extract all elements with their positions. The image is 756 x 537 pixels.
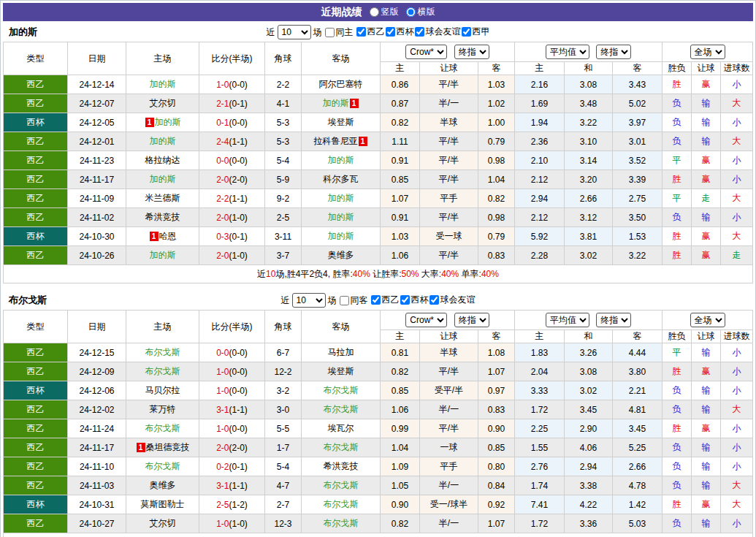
league-checkbox[interactable] [462, 27, 471, 37]
league-checkbox[interactable] [356, 27, 366, 37]
league-checkbox[interactable] [386, 27, 395, 37]
fulltime-select[interactable]: 全场 [690, 313, 725, 327]
match-filters: 近 10 场 同客 西乙西杯球会友谊 [281, 293, 476, 308]
home-team-link[interactable]: 希洪竞技 [145, 212, 180, 222]
horizontal-radio[interactable] [406, 7, 416, 17]
result-goals: 大 [721, 495, 753, 514]
score-cell: 0-1(0-0) [199, 113, 265, 132]
away-team-link[interactable]: 布尔戈斯 [324, 442, 359, 452]
home-team-link[interactable]: 布尔戈斯 [145, 366, 180, 376]
home-team-link[interactable]: 艾尔切 [150, 518, 176, 528]
home-team-link[interactable]: 奥维多 [150, 480, 176, 490]
home-team-cell: 布尔戈斯 [126, 362, 199, 381]
euro-final-select[interactable]: 终指 [596, 45, 631, 59]
league-checkbox[interactable] [429, 295, 439, 305]
home-team-cell: 布尔戈斯 [126, 343, 199, 362]
ah-line: 平/半 [420, 151, 478, 170]
corners-cell: 12-2 [265, 362, 302, 381]
fulltime-score: 1-0 [216, 519, 229, 529]
result-wdl: 负 [663, 94, 692, 113]
league-filter[interactable]: 西乙 [370, 294, 400, 306]
corners-cell: 6-7 [265, 343, 302, 362]
away-team-link[interactable]: 布尔戈斯 [324, 385, 359, 395]
league-filter[interactable]: 西甲 [461, 26, 490, 38]
asian-final-select[interactable]: 终指 [454, 45, 489, 59]
recent-count-select[interactable]: 10 [292, 293, 326, 308]
league-filter[interactable]: 西杯 [385, 26, 414, 38]
home-team-link[interactable]: 艾尔切 [150, 98, 176, 108]
away-team-link[interactable]: 加的斯 [323, 98, 349, 108]
away-team-link[interactable]: 拉科鲁尼亚 [314, 136, 358, 146]
col-header-wdl: 胜负 [663, 62, 692, 75]
ah-away-odds: 1.04 [478, 170, 515, 189]
home-team-link[interactable]: 米兰德斯 [145, 193, 180, 203]
score-cell: 3-1(1-1) [199, 400, 265, 419]
away-team-link[interactable]: 埃登斯 [328, 117, 354, 127]
away-team-link[interactable]: 布尔戈斯 [324, 518, 359, 528]
away-team-link[interactable]: 加的斯 [328, 193, 354, 203]
home-team-link[interactable]: 加的斯 [150, 136, 176, 146]
home-team-link[interactable]: 布尔戈斯 [145, 461, 180, 471]
home-team-link[interactable]: 布尔戈斯 [145, 347, 180, 357]
same-venue-filter[interactable]: 同主 [324, 26, 354, 39]
average-select[interactable]: 平均值 [546, 313, 589, 327]
away-team-cell: 布尔戈斯 [302, 476, 381, 495]
layout-vertical-option[interactable]: 竖版 [370, 6, 399, 18]
vertical-radio[interactable] [370, 7, 379, 17]
bookmaker-select[interactable]: Crow* [405, 45, 447, 59]
halftime-score: (0-0) [229, 424, 248, 434]
away-team-link[interactable]: 埃登斯 [328, 366, 354, 376]
league-filter[interactable]: 西杯 [400, 294, 429, 306]
home-team-link[interactable]: 加的斯 [150, 79, 176, 89]
home-team-link[interactable]: 加的斯 [150, 250, 176, 260]
same-venue-checkbox[interactable] [340, 296, 349, 305]
league-checkbox[interactable] [400, 295, 410, 305]
fulltime-select[interactable]: 全场 [690, 45, 725, 59]
euro-final-select[interactable]: 终指 [596, 313, 631, 327]
home-team-link[interactable]: 加的斯 [155, 117, 181, 127]
avg-draw-odds: 3.02 [565, 246, 613, 265]
home-team-link[interactable]: 哈恩 [159, 231, 177, 241]
away-team-link[interactable]: 加的斯 [328, 155, 354, 165]
away-team-link[interactable]: 奥维多 [328, 250, 354, 260]
league-checkbox[interactable] [371, 295, 381, 305]
euro-odds-header: 平均值 终指 [515, 311, 663, 330]
asian-final-select[interactable]: 终指 [454, 313, 489, 327]
away-team-cell: 埃瓦尔 [302, 419, 381, 438]
away-team-link[interactable]: 埃瓦尔 [328, 423, 354, 433]
home-team-link[interactable]: 莫斯图勒士 [141, 499, 185, 509]
home-team-link[interactable]: 马贝尔拉 [145, 385, 180, 395]
away-team-link[interactable]: 布尔戈斯 [324, 480, 359, 490]
league-cell: 西杯 [4, 381, 68, 400]
league-filter[interactable]: 球会友谊 [414, 26, 461, 38]
away-team-link[interactable]: 加的斯 [328, 212, 354, 222]
layout-horizontal-option[interactable]: 横版 [406, 6, 435, 18]
avg-home-odds: 1.55 [515, 438, 565, 457]
ah-away-odds: 0.82 [478, 189, 515, 208]
league-filter-label: 球会友谊 [426, 26, 461, 38]
league-filter[interactable]: 西乙 [356, 26, 385, 38]
away-team-link[interactable]: 阿尔巴塞特 [319, 79, 363, 89]
home-team-link[interactable]: 布尔戈斯 [145, 423, 180, 433]
average-select[interactable]: 平均值 [546, 45, 589, 59]
away-team-link[interactable]: 科尔多瓦 [324, 174, 359, 184]
away-team-link[interactable]: 加的斯 [328, 231, 354, 241]
home-team-link[interactable]: 加的斯 [150, 174, 176, 184]
away-team-link[interactable]: 马拉加 [328, 347, 354, 357]
away-team-link[interactable]: 布尔戈斯 [324, 404, 359, 414]
away-team-link[interactable]: 布尔戈斯 [324, 499, 359, 509]
home-team-link[interactable]: 格拉纳达 [145, 155, 180, 165]
score-cell: 2-0(2-0) [199, 438, 265, 457]
home-team-link[interactable]: 桑坦德竞技 [146, 442, 190, 452]
home-team-link[interactable]: 莱万特 [150, 404, 176, 414]
bookmaker-select[interactable]: Crow* [405, 313, 447, 327]
same-venue-filter[interactable]: 同客 [339, 294, 368, 307]
recent-count-select[interactable]: 10 [278, 25, 311, 39]
col-header-score: 比分(半场) [199, 42, 265, 75]
league-checkbox[interactable] [415, 27, 424, 37]
avg-home-odds: 2.28 [515, 246, 565, 265]
same-venue-checkbox[interactable] [325, 28, 335, 37]
date-cell: 24-12-01 [68, 132, 126, 151]
league-filter[interactable]: 球会友谊 [429, 294, 476, 306]
away-team-link[interactable]: 希洪竞技 [324, 461, 359, 471]
